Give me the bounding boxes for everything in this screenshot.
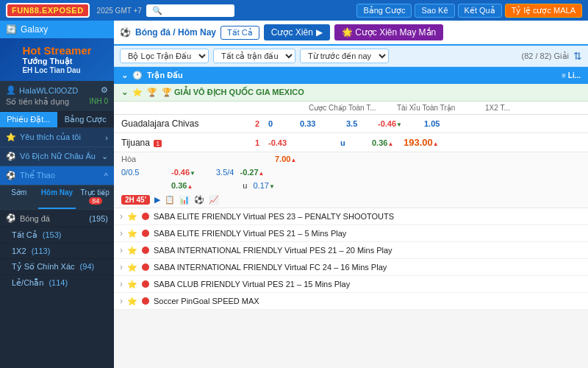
sub-item-le-chan[interactable]: Lẻ/Chẵn (114) [0, 275, 114, 291]
sport-bongda-count: (195) [89, 214, 108, 223]
top-buttons: Bảng Cược Sao Kê Kết Quả Tỷ lệ cược MALA [356, 4, 582, 18]
arrow-up-l2: ▲ [187, 183, 193, 190]
dot-v2 [142, 230, 149, 237]
cuoc-xien-may-man-button[interactable]: 🌟 Cược Xiên May Mắn [334, 24, 443, 40]
filter-tat-ca-tran[interactable]: Tất cả trận đấu [213, 49, 295, 63]
chevron-right-v6: › [120, 296, 123, 306]
sidebar-item-vo-dich-nu[interactable]: ⚽ Vô Địch Nữ Châu Âu ⌄ [0, 147, 114, 166]
team1-score: 2 [251, 119, 264, 128]
list-icon[interactable]: 📋 [165, 195, 175, 205]
star-icon: ⭐ [6, 132, 16, 142]
team-row-2[interactable]: Tijuana 1 1 -0.43 u 0.36▲ 193.00▲ [114, 133, 588, 152]
bang-cuoc-nav-button[interactable]: Bảng Cược [57, 112, 115, 127]
team2-x12: 193.00▲ [404, 137, 439, 148]
sidebar-item-yeu-thich[interactable]: ⭐ Yêu thích của tôi › [0, 128, 114, 147]
odds-row-2: 0/0.5 -0.46▼ 3.5/4 -0.27▲ [114, 166, 588, 179]
odds-row-3: 0.36▲ u 0.17▼ [114, 179, 588, 192]
virtual-row-2[interactable]: › ⭐ SABA ELITE FRIENDLY Virtual PES 21 –… [114, 225, 588, 242]
galaxy-section[interactable]: 🔄 Galaxy [0, 21, 114, 38]
banner-subtitle: Tướng Thuật [22, 57, 91, 66]
ty-le-button[interactable]: Tỷ lệ cược MALA [505, 4, 582, 18]
line2-h3: 0.17▼ [253, 181, 274, 190]
chevron-down-match-icon: ⌄ [121, 71, 128, 80]
tab-tructiep[interactable]: Trực tiếp 84 [76, 185, 114, 209]
team-row-1[interactable]: Guadalajara Chivas 2 0 0.33 3.5 -0.46▼ 1… [114, 115, 588, 133]
filter-time[interactable]: Từ trước đến nay [300, 49, 389, 63]
trend-icon[interactable]: 📈 [209, 195, 219, 205]
sort-icon[interactable]: ⇅ [573, 50, 582, 62]
soccer-icon-1: ⚽ [6, 152, 16, 161]
team1-handicap: 0 [268, 119, 294, 128]
col-headers: Cược Chấp Toàn T... Tài Xỉu Toàn Trận 1X… [114, 102, 588, 115]
chevron-league-icon: ⌄ [121, 88, 128, 97]
virtual-name-1: SABA ELITE FRIENDLY Virtual PES 23 – PEN… [154, 212, 582, 221]
line2-h1: 0.36▲ [171, 181, 193, 190]
cuoc-xien-button[interactable]: Cược Xiên ▶ [264, 24, 330, 40]
chart-icon[interactable]: 📊 [179, 195, 190, 205]
live-badge: 84 [89, 197, 102, 205]
chevron-right-v4: › [120, 262, 123, 272]
virtual-row-5[interactable]: › ⭐ SABA CLUB FRIENDLY Virtual PES 21 – … [114, 276, 588, 293]
arrow-up-icon-2: ▲ [433, 141, 439, 147]
dot-v3 [142, 247, 149, 254]
team1-handicap-odds: 0.33 [300, 119, 326, 128]
team1-odds: 0 0.33 3.5 -0.46▼ 1.05 [268, 119, 581, 128]
play-icon[interactable]: ▶ [154, 195, 160, 205]
dot-v5 [142, 280, 149, 288]
col-odds: Cược Chấp Toàn T... Tài Xỉu Toàn Trận 1X… [287, 104, 581, 112]
phieu-dat-button[interactable]: Phiếu Đặt... [0, 112, 57, 127]
team2-handicap-odds: -0.43 [268, 138, 294, 147]
team1-ou: 3.5 [346, 119, 372, 128]
arrow-up-icon-1: ▲ [387, 141, 393, 147]
chevron-right-v3: › [120, 245, 123, 255]
virtual-name-3: SABA INTERNATIONAL FRIENDLY Virtual PES … [154, 246, 582, 255]
virtual-row-4[interactable]: › ⭐ SABA INTERNATIONAL FRIENDLY Virtual … [114, 259, 588, 276]
hot-streamer-title: Hot Streamer [22, 45, 91, 57]
virtual-name-6: Soccer PinGoal SPEED MAX [154, 297, 582, 305]
time-action-row: 2H 45' ▶ 📋 📊 ⚽ 📈 [114, 192, 588, 208]
star-v1: ⭐ [127, 212, 137, 222]
ket-qua-button[interactable]: Kết Quả [458, 4, 502, 18]
vo-dich-nu-label: Vô Địch Nữ Châu Âu [20, 152, 96, 161]
team2-name: Tijuana 1 [121, 138, 246, 148]
filter-tran-dau[interactable]: Bộ Lọc Trận Đấu [120, 49, 209, 63]
hoa-row: Hòa 7.00▲ [114, 152, 588, 166]
sub-item-tatca[interactable]: Tất Cả (153) [0, 227, 114, 244]
sidebar-nav: Phiếu Đặt... Bảng Cược [0, 112, 114, 128]
ball-icon[interactable]: ⚽ [194, 195, 204, 205]
tat-ca-filter[interactable]: Tất Cả [220, 26, 259, 40]
dot-v6 [142, 297, 149, 305]
sub-item-1x2[interactable]: 1X2 (113) [0, 244, 114, 259]
sidebar-banner: Hot Streamer Tướng Thuật EH Loc Tian Dau [0, 38, 114, 81]
team2-score: 1 [251, 138, 264, 147]
chevron-up-icon: ^ [104, 171, 108, 180]
dot-v1 [142, 213, 149, 220]
star-v6: ⭐ [127, 297, 137, 306]
virtual-row-1[interactable]: › ⭐ SABA ELITE FRIENDLY Virtual PES 23 –… [114, 208, 588, 225]
tab-som[interactable]: Sớm [0, 185, 38, 209]
bet-type-bar: ⚽ Bóng đá / Hôm Nay Tất Cả Cược Xiên ▶ 🌟… [114, 21, 588, 46]
sub-item-ty-so[interactable]: Tỷ Số Chính Xác (94) [0, 259, 114, 275]
user-settings-icon[interactable]: ⚙ [101, 85, 108, 95]
banner-content: Hot Streamer Tướng Thuật EH Loc Tian Dau [22, 45, 91, 75]
h4: -0.27▲ [240, 168, 264, 177]
bang-cuoc-button[interactable]: Bảng Cược [356, 4, 412, 18]
sport-bongda-label: Bóng đá [20, 214, 50, 223]
star-v5: ⭐ [127, 280, 137, 289]
tab-homnay[interactable]: Hôm Nay [38, 185, 76, 209]
search-box[interactable]: 🔍 [146, 4, 234, 17]
search-icon: 🔍 [152, 6, 162, 15]
balance-row: Số tiền khả dụng INH 0 [6, 97, 108, 107]
yeu-thich-label: Yêu thích của tôi [20, 132, 81, 142]
sport-item-bongda[interactable]: ⚽ Bóng đá (195) [0, 210, 114, 227]
sao-ke-button[interactable]: Sao Kê [415, 4, 454, 18]
virtual-row-6[interactable]: › ⭐ Soccer PinGoal SPEED MAX [114, 293, 588, 310]
hoa-extra: 7.00▲ [275, 155, 296, 163]
logo: FUN88.EXPOSED [6, 3, 90, 18]
soccer-icon-2: ⚽ [6, 171, 16, 180]
virtual-row-3[interactable]: › ⭐ SABA INTERNATIONAL FRIENDLY Virtual … [114, 242, 588, 259]
sidebar-item-the-thao[interactable]: ⚽ Thể Thao ^ [0, 166, 114, 185]
match-clock-icon: 🕐 [132, 71, 143, 80]
username: HaIaWLCI0OZD [19, 86, 78, 95]
chevron-right-v2: › [120, 228, 123, 238]
